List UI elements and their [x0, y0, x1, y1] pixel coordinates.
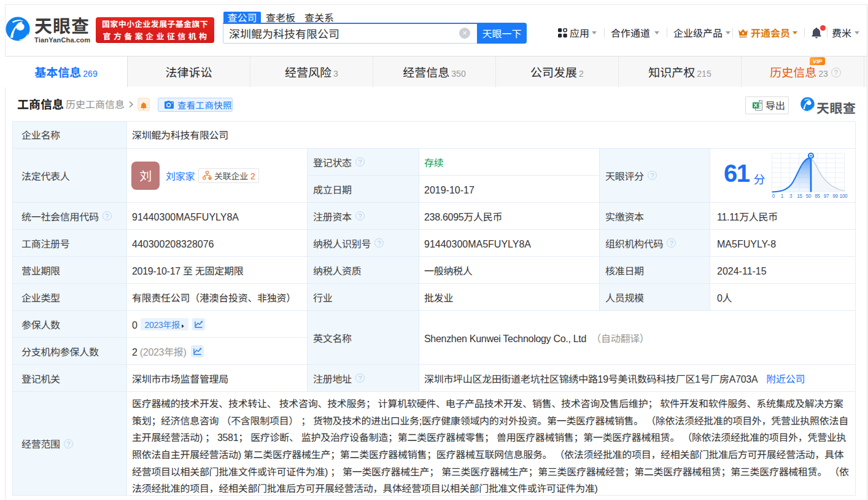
svg-text:85: 85	[815, 193, 820, 198]
svg-text:99: 99	[832, 193, 838, 198]
svg-text:3: 3	[789, 193, 792, 198]
svg-text:15: 15	[797, 193, 802, 198]
svg-text:50: 50	[806, 193, 812, 198]
svg-text:0: 0	[772, 193, 775, 198]
svg-text:1: 1	[781, 193, 784, 198]
svg-text:100: 100	[840, 193, 848, 198]
svg-text:97: 97	[824, 193, 829, 198]
